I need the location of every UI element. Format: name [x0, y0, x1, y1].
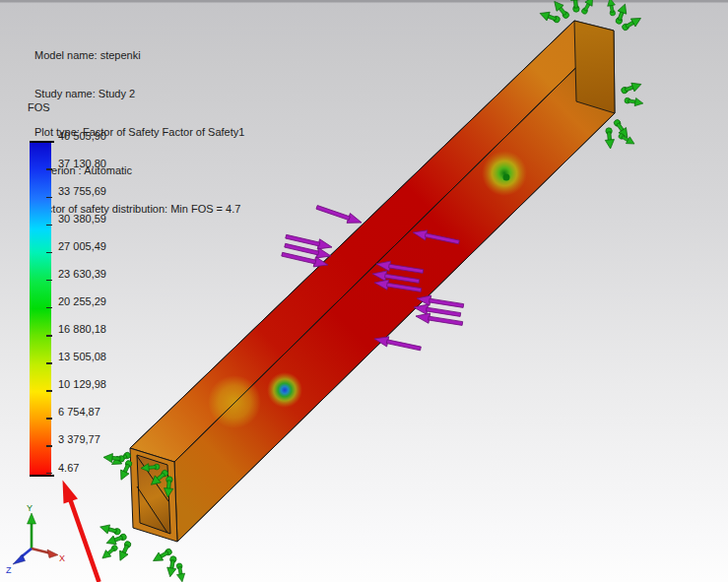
- beam-model[interactable]: [130, 21, 615, 542]
- z-axis-label: Z: [6, 565, 12, 575]
- beam-edge: [130, 21, 574, 448]
- y-axis-arrowhead: [28, 513, 36, 524]
- fixture-cluster-near-bottom-right[interactable]: [151, 547, 186, 582]
- fixture-cluster-far-top-left[interactable]: [539, 0, 597, 25]
- fos-max-spot-blue: [267, 372, 302, 408]
- beam-top-face[interactable]: [130, 21, 614, 462]
- fos-yellow-region: [208, 375, 261, 428]
- fixture-cluster-near-bottom-left[interactable]: [99, 523, 133, 563]
- beam-edge: [177, 113, 615, 542]
- solidworks-viewport: Model name: stepenki Study name: Study 2…: [0, 0, 728, 582]
- fixture-cluster-near-top-left[interactable]: [103, 450, 134, 482]
- beam-edge: [174, 31, 614, 462]
- load-arrow[interactable]: [315, 202, 364, 226]
- x-axis-arrowhead: [47, 550, 58, 558]
- fos-green-spot-core: [503, 174, 510, 181]
- y-axis-label: Y: [27, 503, 33, 513]
- beam-end-cap[interactable]: [574, 21, 615, 113]
- viewport-3d-scene: Y X Z: [0, 0, 728, 582]
- beam-tube-cross-section[interactable]: [130, 448, 177, 542]
- min-fos-annotation-arrow: [63, 481, 99, 582]
- fixture-cluster-far-right-mid[interactable]: [620, 80, 643, 107]
- x-axis-label: X: [59, 553, 65, 563]
- fos-green-spot: [482, 151, 527, 196]
- fixture-cluster-far-top-right[interactable]: [606, 0, 642, 32]
- orientation-triad[interactable]: Y X Z: [6, 503, 65, 575]
- fixture-cluster-far-bottom-right[interactable]: [604, 118, 636, 150]
- x-axis: [32, 549, 49, 553]
